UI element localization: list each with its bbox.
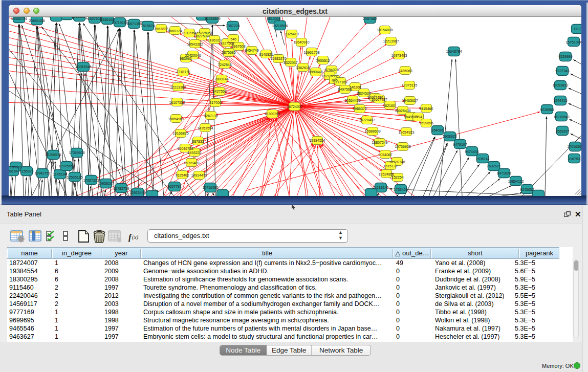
svg-text:8454749: 8454749 <box>245 49 258 52</box>
svg-text:9474444: 9474444 <box>465 150 478 154</box>
svg-text:2803144: 2803144 <box>214 77 228 81</box>
svg-text:6794028: 6794028 <box>324 68 338 72</box>
svg-text:16782759: 16782759 <box>113 187 129 190</box>
svg-text:2718170: 2718170 <box>176 70 190 74</box>
svg-text:7625402: 7625402 <box>175 173 189 177</box>
svg-text:14136141: 14136141 <box>373 186 388 189</box>
svg-text:165061: 165061 <box>10 165 21 169</box>
svg-text:7515524: 7515524 <box>141 24 155 28</box>
svg-text:9529996: 9529996 <box>558 55 572 58</box>
svg-text:7242848: 7242848 <box>217 63 231 67</box>
svg-text:10973493: 10973493 <box>391 54 407 57</box>
svg-text:8322037: 8322037 <box>284 61 297 64</box>
svg-text:16648784: 16648784 <box>446 50 462 53</box>
svg-text:16671355: 16671355 <box>126 22 142 26</box>
svg-text:15885270: 15885270 <box>270 57 286 60</box>
svg-text:62160: 62160 <box>385 104 395 107</box>
svg-text:8427552: 8427552 <box>212 90 226 93</box>
svg-text:16046758: 16046758 <box>177 147 193 150</box>
svg-text:10154808: 10154808 <box>377 28 393 32</box>
svg-text:12923448: 12923448 <box>129 191 145 194</box>
svg-text:8990448: 8990448 <box>309 70 322 74</box>
svg-text:2935114: 2935114 <box>476 157 490 161</box>
svg-text:9657791: 9657791 <box>167 185 181 188</box>
svg-text:9827500: 9827500 <box>194 34 208 38</box>
svg-text:887833: 887833 <box>192 140 204 143</box>
svg-text:16033809: 16033809 <box>204 17 220 20</box>
svg-text:1733426: 1733426 <box>394 188 407 191</box>
svg-text:546: 546 <box>230 37 236 41</box>
svg-text:14353594: 14353594 <box>197 126 213 130</box>
svg-text:8186323: 8186323 <box>207 38 221 42</box>
svg-text:18640910: 18640910 <box>293 40 309 44</box>
svg-text:(x): (x) <box>132 234 139 240</box>
svg-text:12505135: 12505135 <box>67 176 82 179</box>
svg-text:7632621: 7632621 <box>487 164 500 168</box>
svg-text:19166825: 19166825 <box>172 132 188 135</box>
svg-text:8471626: 8471626 <box>497 171 511 175</box>
svg-text:9146821: 9146821 <box>259 53 273 56</box>
svg-text:9227343: 9227343 <box>555 69 569 73</box>
svg-text:12975657: 12975657 <box>58 164 74 168</box>
svg-text:7986372: 7986372 <box>353 107 366 111</box>
svg-text:16961758: 16961758 <box>303 51 319 54</box>
svg-text:1244415: 1244415 <box>553 99 567 102</box>
svg-text:3824534: 3824534 <box>357 92 371 95</box>
svg-text:17957223: 17957223 <box>83 179 99 182</box>
svg-text:15720407: 15720407 <box>359 118 375 122</box>
svg-text:1493222: 1493222 <box>187 151 201 155</box>
svg-text:164095: 164095 <box>431 128 443 132</box>
svg-text:17016504: 17016504 <box>567 145 581 148</box>
svg-text:2087682: 2087682 <box>363 17 377 20</box>
svg-text:9777169: 9777169 <box>333 80 347 84</box>
svg-text:12975115: 12975115 <box>402 83 418 87</box>
svg-text:152254: 152254 <box>391 176 403 179</box>
svg-text:19218506: 19218506 <box>272 24 288 28</box>
svg-text:9215955: 9215955 <box>540 108 554 112</box>
svg-text:1145194: 1145194 <box>53 172 67 176</box>
svg-text:7485063: 7485063 <box>398 69 412 73</box>
svg-text:20053346: 20053346 <box>75 65 91 69</box>
svg-text:5938923: 5938923 <box>443 135 456 138</box>
svg-text:3267130: 3267130 <box>204 114 217 118</box>
svg-text:1325419: 1325419 <box>285 32 298 36</box>
svg-text:16653287: 16653287 <box>71 17 87 18</box>
svg-text:10607487: 10607487 <box>371 98 387 101</box>
svg-text:39154: 39154 <box>9 169 18 173</box>
svg-text:19463627: 19463627 <box>402 99 418 102</box>
svg-text:17359928: 17359928 <box>69 151 84 155</box>
svg-text:20206576: 20206576 <box>45 153 61 157</box>
svg-text:14914479: 14914479 <box>191 173 207 177</box>
svg-text:3875685: 3875685 <box>222 51 235 54</box>
svg-text:10756928: 10756928 <box>395 145 410 148</box>
svg-text:19654923: 19654923 <box>398 130 414 134</box>
svg-text:12213967: 12213967 <box>383 39 399 43</box>
svg-text:9699695: 9699695 <box>419 121 433 125</box>
svg-text:2867608: 2867608 <box>231 45 245 48</box>
svg-text:10958107: 10958107 <box>98 182 114 185</box>
svg-text:14055724: 14055724 <box>11 17 27 20</box>
svg-text:12213369: 12213369 <box>170 85 186 89</box>
svg-text:16099489: 16099489 <box>183 161 199 165</box>
svg-text:116753: 116753 <box>569 157 580 161</box>
svg-text:1362615: 1362615 <box>296 66 310 70</box>
svg-text:317006: 317006 <box>209 101 221 104</box>
svg-text:1615132: 1615132 <box>383 164 397 168</box>
svg-text:1117: 1117 <box>574 27 581 31</box>
svg-text:16210643: 16210643 <box>553 115 569 119</box>
svg-text:15716485: 15716485 <box>202 186 218 189</box>
svg-text:19654983: 19654983 <box>168 117 184 121</box>
svg-text:20364436: 20364436 <box>344 99 360 102</box>
svg-text:19384554: 19384554 <box>309 139 325 142</box>
svg-text:16210722: 16210722 <box>321 74 337 78</box>
svg-text:7955812: 7955812 <box>316 59 330 62</box>
svg-text:8660124: 8660124 <box>168 29 182 33</box>
svg-text:18807249: 18807249 <box>372 141 387 144</box>
svg-text:1569297: 1569297 <box>555 129 569 133</box>
svg-text:12942757: 12942757 <box>34 171 50 175</box>
svg-text:16107552: 16107552 <box>169 101 185 104</box>
svg-text:7663822: 7663822 <box>154 27 168 31</box>
svg-text:10688609: 10688609 <box>364 129 380 133</box>
svg-text:20691406: 20691406 <box>29 19 45 23</box>
svg-text:8813054: 8813054 <box>267 17 280 20</box>
